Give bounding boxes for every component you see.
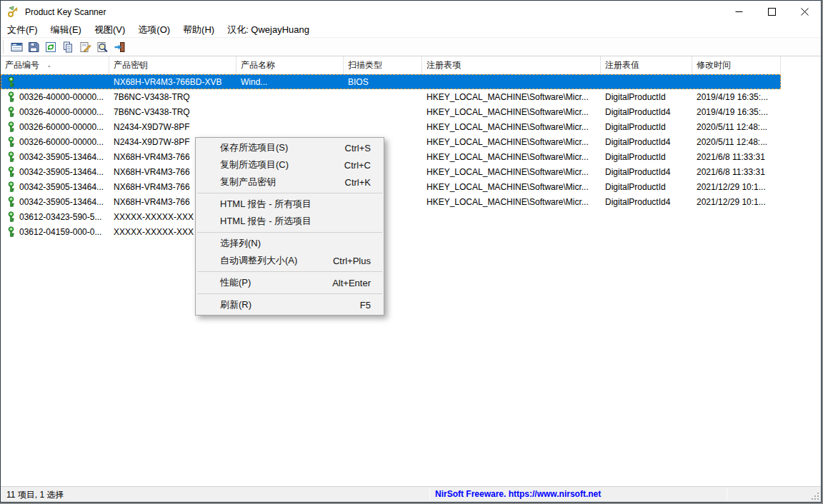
- cell-text: DigitalProductId: [605, 92, 666, 102]
- sort-ascending-icon: ▴: [48, 63, 51, 67]
- menu-item-shortcut: Ctrl+Plus: [333, 256, 371, 266]
- table-row[interactable]: 00342-35905-13464...NX68H-VR4M3-766HKEY_…: [1, 164, 781, 179]
- menubar-item-2[interactable]: 视图(V): [88, 22, 131, 38]
- key-icon: [6, 196, 16, 207]
- menu-item-label: 选择列(N): [220, 237, 261, 250]
- menubar-item-1[interactable]: 编辑(E): [44, 22, 88, 38]
- table-row[interactable]: 03612-03423-590-5...XXXXX-XXXXX-XXX: [1, 209, 781, 224]
- cell-text: NX68H-VR4M3-766: [114, 152, 190, 162]
- cell: HKEY_LOCAL_MACHINE\Software\Micr...: [422, 164, 601, 179]
- cell: 00342-35905-13464...: [1, 149, 109, 164]
- cell: 7B6NC-V3438-TRQ: [109, 104, 236, 119]
- properties-icon[interactable]: [76, 39, 94, 55]
- column-header-label: 修改时间: [697, 59, 731, 71]
- context-menu-item-5[interactable]: HTML 报告 - 所选项目: [196, 213, 384, 230]
- cell-text: 2021/12/29 10:1...: [697, 182, 766, 192]
- cell: [344, 89, 422, 104]
- cell-text: 2019/4/19 16:35:...: [697, 107, 768, 117]
- menubar-item-5[interactable]: 汉化: QwejayHuang: [221, 22, 316, 38]
- cell-text: 2020/5/11 12:48:...: [697, 122, 767, 132]
- minimize-icon[interactable]: [722, 1, 755, 23]
- table-row[interactable]: 00326-40000-00000...7B6NC-V3438-TRQHKEY_…: [1, 104, 781, 119]
- key-icon: [6, 181, 16, 192]
- context-menu-item-0[interactable]: 保存所选项目(S)Ctrl+S: [196, 139, 384, 156]
- menu-separator: [197, 271, 382, 272]
- cell: [236, 119, 344, 134]
- context-menu-item-7[interactable]: 选择列(N): [196, 235, 384, 252]
- exit-icon[interactable]: [111, 39, 128, 55]
- column-header-4[interactable]: 注册表项: [422, 56, 601, 74]
- context-menu-item-4[interactable]: HTML 报告 - 所有项目: [196, 196, 384, 213]
- column-header-6[interactable]: 修改时间: [692, 56, 781, 74]
- cell-text: DigitalProductId4: [605, 167, 670, 177]
- cell: DigitalProductId: [601, 179, 692, 194]
- cell: 2021/6/8 11:33:31: [692, 164, 781, 179]
- cell-text: HKEY_LOCAL_MACHINE\Software\Micr...: [427, 182, 589, 192]
- cell: HKEY_LOCAL_MACHINE\Software\Micr...: [422, 194, 601, 209]
- menubar-item-3[interactable]: 选项(O): [131, 22, 176, 38]
- column-header-3[interactable]: 扫描类型: [344, 56, 422, 74]
- cell: BIOS: [344, 74, 422, 89]
- cell: 00326-40000-00000...: [1, 89, 109, 104]
- column-header-2[interactable]: 产品名称: [236, 56, 344, 74]
- cell-text: DigitalProductId: [605, 152, 666, 162]
- save-icon[interactable]: [25, 39, 42, 55]
- cell: [236, 104, 344, 119]
- context-menu-item-8[interactable]: 自动调整列大小(A)Ctrl+Plus: [196, 252, 384, 269]
- cell: 2019/4/19 16:35:...: [692, 104, 781, 119]
- cell: [601, 74, 692, 89]
- table-row[interactable]: NX68H-VR4M3-766BD-XVBWind...BIOS: [1, 74, 781, 89]
- cell-text: 2019/4/19 16:35:...: [697, 92, 768, 102]
- refresh-page-icon[interactable]: [42, 39, 59, 55]
- context-menu-item-12[interactable]: 刷新(R)F5: [196, 296, 384, 313]
- cell: N2434-X9D7W-8PF: [109, 119, 236, 134]
- cell-text: XXXXX-XXXXX-XXX: [114, 227, 194, 237]
- menu-bar: 文件(F)编辑(E)视图(V)选项(O)帮助(H)汉化: QwejayHuang: [1, 23, 821, 38]
- cell: 2019/4/19 16:35:...: [692, 89, 781, 104]
- cell: Wind...: [236, 74, 344, 89]
- close-icon[interactable]: [788, 1, 821, 23]
- report-icon[interactable]: [8, 39, 25, 55]
- cell: 7B6NC-V3438-TRQ: [109, 89, 236, 104]
- menu-item-label: 复制所选项目(C): [220, 158, 289, 171]
- key-icon: [6, 151, 16, 162]
- key-icon: [6, 136, 16, 147]
- menu-item-label: 复制产品密钥: [220, 176, 276, 188]
- table-row[interactable]: 00342-35905-13464...NX68H-VR4M3-766HKEY_…: [1, 194, 781, 209]
- column-header-5[interactable]: 注册表值: [601, 56, 692, 74]
- menubar-item-0[interactable]: 文件(F): [1, 22, 44, 38]
- copy-icon[interactable]: [59, 39, 76, 55]
- column-header-label: 产品编号: [5, 59, 39, 71]
- tool-bar: [1, 38, 821, 56]
- context-menu-item-1[interactable]: 复制所选项目(C)Ctrl+C: [196, 156, 384, 173]
- table-row[interactable]: 00342-35905-13464...NX68H-VR4M3-766HKEY_…: [1, 149, 781, 164]
- context-menu-item-10[interactable]: 性能(P)Alt+Enter: [196, 274, 384, 291]
- cell-text: HKEY_LOCAL_MACHINE\Software\Micr...: [427, 152, 589, 162]
- menu-item-label: 性能(P): [220, 276, 251, 289]
- maximize-icon[interactable]: [755, 1, 788, 23]
- cell: 00342-35905-13464...: [1, 179, 109, 194]
- table-row[interactable]: 00326-40000-00000...7B6NC-V3438-TRQHKEY_…: [1, 89, 781, 104]
- caption-buttons: [722, 1, 821, 23]
- table-row[interactable]: 00342-35905-13464...NX68H-VR4M3-766HKEY_…: [1, 179, 781, 194]
- cell: [236, 89, 344, 104]
- cell: [601, 209, 692, 224]
- resize-grip-icon[interactable]: [811, 492, 820, 501]
- cell: DigitalProductId4: [601, 194, 692, 209]
- context-menu-item-2[interactable]: 复制产品密钥Ctrl+K: [196, 173, 384, 191]
- table-row[interactable]: 00326-60000-00000...N2434-X9D7W-8PFHKEY_…: [1, 134, 781, 149]
- cell: [422, 224, 601, 239]
- table-row[interactable]: 03612-04159-000-0...XXXXX-XXXXX-XXX: [1, 224, 781, 239]
- cell: 00326-60000-00000...: [1, 119, 109, 134]
- column-header-1[interactable]: 产品密钥: [109, 56, 236, 74]
- cell: 2021/12/29 10:1...: [692, 179, 781, 194]
- cell: [344, 119, 422, 134]
- nirsoft-link[interactable]: NirSoft Freeware. https://www.nirsoft.ne…: [435, 489, 601, 499]
- cell-text: NX68H-VR4M3-766: [114, 182, 190, 192]
- cell-text: 2021/6/8 11:33:31: [697, 167, 765, 177]
- table-row[interactable]: 00326-60000-00000...N2434-X9D7W-8PFHKEY_…: [1, 119, 781, 134]
- find-icon[interactable]: [94, 39, 111, 55]
- menubar-item-4[interactable]: 帮助(H): [176, 22, 221, 38]
- column-header-0[interactable]: 产品编号▴: [1, 56, 109, 74]
- menu-item-label: 自动调整列大小(A): [220, 254, 297, 267]
